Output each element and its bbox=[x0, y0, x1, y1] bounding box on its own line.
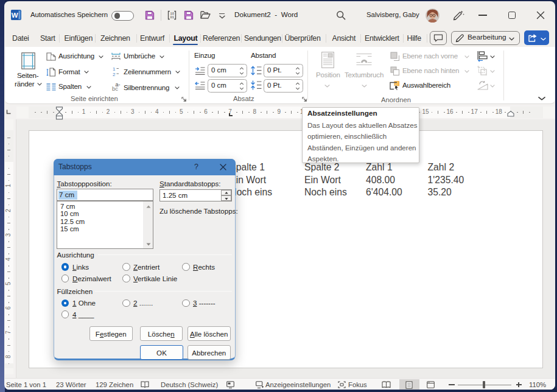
svg-text:2: 2 bbox=[113, 72, 116, 77]
svg-text:10: 10 bbox=[170, 12, 174, 16]
svg-text:bc: bc bbox=[112, 85, 118, 92]
svg-text:01: 01 bbox=[170, 16, 174, 19]
svg-text:W: W bbox=[12, 12, 18, 19]
